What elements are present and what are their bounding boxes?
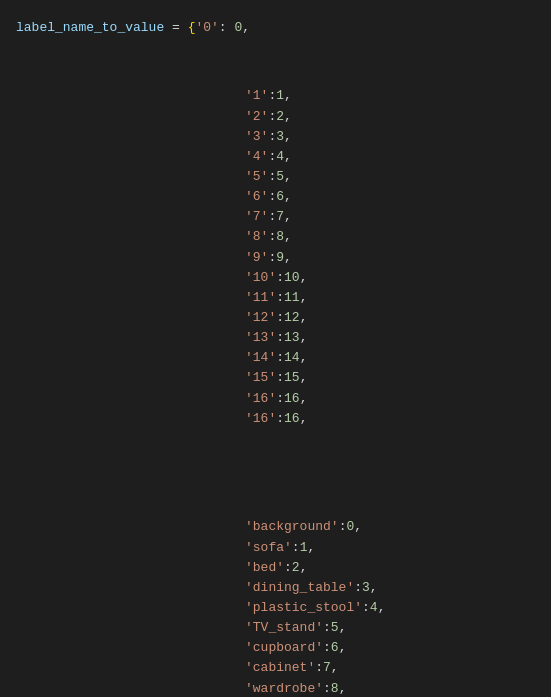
first-line: label_name_to_value = {'0': 0,: [16, 18, 535, 38]
string-entry-5: 'TV_stand':5,: [16, 618, 535, 638]
numeric-entry-8: '8':8,: [16, 227, 535, 247]
string-entries-container: 'background':0,'sofa':1,'bed':2,'dining_…: [16, 517, 535, 697]
string-entry-8: 'wardrobe':8,: [16, 679, 535, 698]
numeric-entry-1: '1':1,: [16, 86, 535, 106]
numeric-entry-16: '16':16,: [16, 389, 535, 409]
string-entry-1: 'sofa':1,: [16, 538, 535, 558]
numeric-entry-3: '3':3,: [16, 127, 535, 147]
numeric-entry-7: '7':7,: [16, 207, 535, 227]
numeric-entry-12: '12':12,: [16, 308, 535, 328]
numeric-entry-11: '11':11,: [16, 288, 535, 308]
numeric-entries-container: '1':1,'2':2,'3':3,'4':4,'5':5,'6':6,'7':…: [16, 86, 535, 428]
string-entry-7: 'cabinet':7,: [16, 658, 535, 678]
string-entry-0: 'background':0,: [16, 517, 535, 537]
numeric-entry-15: '15':15,: [16, 368, 535, 388]
numeric-entry-9: '9':9,: [16, 248, 535, 268]
string-entry-4: 'plastic_stool':4,: [16, 598, 535, 618]
numeric-entry-4: '4':4,: [16, 147, 535, 167]
numeric-entry-2: '2':2,: [16, 107, 535, 127]
numeric-entry-5: '5':5,: [16, 167, 535, 187]
numeric-entry-13: '13':13,: [16, 328, 535, 348]
numeric-entry-14: '14':14,: [16, 348, 535, 368]
code-body: '1':1,'2':2,'3':3,'4':4,'5':5,'6':6,'7':…: [0, 46, 551, 697]
numeric-entry-10: '10':10,: [16, 268, 535, 288]
string-entry-2: 'bed':2,: [16, 558, 535, 578]
numeric-entry-6: '6':6,: [16, 187, 535, 207]
code-editor: label_name_to_value = {'0': 0,: [0, 10, 551, 46]
var-name: label_name_to_value: [16, 20, 164, 35]
numeric-entry-17: '16':16,: [16, 409, 535, 429]
string-entry-6: 'cupboard':6,: [16, 638, 535, 658]
string-entry-3: 'dining_table':3,: [16, 578, 535, 598]
